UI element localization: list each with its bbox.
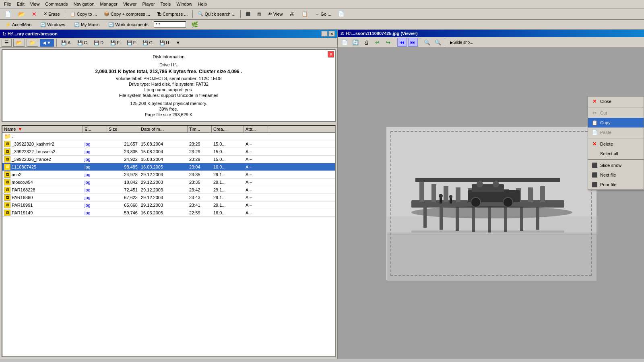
drive-H[interactable]: 💾 H: bbox=[157, 39, 172, 46]
drive-D[interactable]: 💾 D: bbox=[92, 39, 107, 46]
toolbar-dots1[interactable]: ⬛ bbox=[243, 10, 253, 17]
toolbar-print[interactable]: 🖨 bbox=[287, 10, 297, 18]
viewer-new[interactable]: 📄 bbox=[340, 38, 349, 47]
table-row[interactable]: 🖼 PAR18880 jpg 67,623 29.12.2003 23:43 2… bbox=[2, 194, 335, 202]
file-size: 18,842 bbox=[107, 179, 139, 185]
toolbar-copy2[interactable]: 📋 bbox=[299, 10, 311, 18]
table-row[interactable]: 🖼 1110807425 jpg 98,485 16.03.2005 23:04… bbox=[2, 163, 335, 171]
disk-info-close-btn[interactable]: ✕ bbox=[328, 51, 334, 58]
table-row[interactable]: 📁 .. bbox=[2, 133, 335, 140]
drive-C[interactable]: 💾 C: bbox=[75, 39, 90, 46]
copy-compress-icon: 📦 bbox=[104, 11, 109, 16]
nav-folder-open[interactable]: 📂 bbox=[13, 39, 25, 47]
table-row[interactable]: 🖼 PAR19149 jpg 59,746 16.03.2005 22:59 1… bbox=[2, 209, 335, 217]
toolbar-open[interactable]: 📂 bbox=[15, 10, 28, 19]
menu-help[interactable]: Help bbox=[195, 1, 209, 7]
viewer-print[interactable]: 🖨 bbox=[361, 38, 371, 47]
menu-navigation[interactable]: Navigation bbox=[71, 1, 97, 7]
file-name-label: PAR19149 bbox=[12, 210, 33, 215]
ctx-close[interactable]: ✕ Close bbox=[588, 97, 644, 106]
table-row[interactable]: 🖼 _39922320_kashmir2 jpg 21,657 15.08.20… bbox=[2, 140, 335, 148]
viewer-zoom-in[interactable]: 🔍 bbox=[422, 38, 432, 47]
close-button[interactable]: ✕ bbox=[328, 31, 335, 37]
col-attr[interactable]: Attr... bbox=[244, 126, 268, 132]
toolbar-new[interactable]: 📄 bbox=[2, 10, 14, 19]
filter-input[interactable] bbox=[154, 21, 186, 28]
viewer-refresh[interactable]: 🔄 bbox=[351, 38, 360, 47]
toolbar-more[interactable]: 📄 bbox=[335, 10, 347, 18]
back-dropdown[interactable]: ▼ bbox=[47, 40, 51, 45]
toolbar-copy-to[interactable]: 📋 Copy to ... bbox=[67, 10, 100, 18]
file-ext bbox=[83, 136, 107, 137]
menu-edit[interactable]: Edit bbox=[14, 1, 27, 7]
col-name[interactable]: Name ▼ bbox=[2, 126, 83, 132]
file-created: 29.1... bbox=[212, 179, 244, 185]
fav-workdocs[interactable]: 🔄 Work documents bbox=[105, 21, 152, 28]
nav-folder-up[interactable]: 📁 bbox=[27, 39, 38, 47]
nav-lines[interactable]: ☰ bbox=[2, 39, 12, 47]
ctx-prior-file[interactable]: ⬛ Prior file bbox=[588, 180, 644, 189]
col-date[interactable]: Date of m... bbox=[139, 126, 188, 132]
drive-F-icon: 💾 bbox=[127, 40, 132, 45]
viewer-zoom-out[interactable]: 🔍 bbox=[433, 38, 443, 47]
viewer-next[interactable]: ⏭ bbox=[408, 38, 418, 47]
file-created: 16.0... bbox=[212, 164, 244, 170]
fav-windows[interactable]: 🔄 Windows bbox=[37, 21, 69, 28]
menu-manager[interactable]: Manager bbox=[98, 1, 120, 7]
menu-commands[interactable]: Commands bbox=[43, 1, 70, 7]
file-list[interactable]: Name ▼ E... Size Date of m... Tim... Cre… bbox=[2, 125, 336, 357]
menu-view[interactable]: View bbox=[28, 1, 42, 7]
drive-G-icon: 💾 bbox=[142, 40, 148, 45]
toolbar-copy-compress[interactable]: 📦 Copy + compress ... bbox=[101, 10, 153, 18]
drive-E[interactable]: 💾 E: bbox=[108, 39, 123, 46]
fav-mymusic[interactable]: 🔄 My Music bbox=[70, 21, 103, 28]
menu-tools[interactable]: Tools bbox=[158, 1, 173, 7]
toolbar-quick-search[interactable]: 🔍 Quick search ... bbox=[195, 10, 238, 18]
drive-more[interactable]: ▼ bbox=[174, 39, 182, 46]
ctx-paste-icon: 📄 bbox=[591, 129, 598, 136]
table-row[interactable]: 🖼 PAR18991 jpg 65,668 29.12.2003 23:41 2… bbox=[2, 202, 335, 209]
viewer-slideshow-btn[interactable]: ▶ Slide sho... bbox=[447, 38, 476, 47]
viewer-prev[interactable]: ⏮ bbox=[397, 38, 407, 47]
fav-accelMan[interactable]: ⚡ AccelMan bbox=[2, 21, 35, 28]
col-created[interactable]: Crea... bbox=[212, 126, 244, 132]
toolbar-erase[interactable]: ✕ Erase bbox=[41, 10, 63, 18]
nav-back[interactable]: ◀ ▼ bbox=[40, 39, 54, 47]
file-created: 15.0... bbox=[212, 156, 244, 162]
toolbar-view[interactable]: 👁 View bbox=[265, 10, 286, 18]
ctx-next-file[interactable]: ⬛ Next file bbox=[588, 170, 644, 180]
col-ext[interactable]: E... bbox=[83, 126, 107, 132]
table-row[interactable]: 🖼 ann2 jpg 24,978 29.12.2003 23:35 29.1.… bbox=[2, 171, 335, 179]
ctx-select-all[interactable]: Select all bbox=[588, 149, 644, 158]
file-name-cell: 🖼 moscow54 bbox=[2, 179, 83, 186]
table-row[interactable]: 🖼 moscow54 jpg 18,842 29.12.2003 23:35 2… bbox=[2, 179, 335, 186]
table-row[interactable]: 🖼 _39922326_france2 jpg 24,922 15.08.200… bbox=[2, 156, 335, 163]
viewer-undo[interactable]: ↩ bbox=[372, 38, 382, 47]
minimize-button[interactable]: _ bbox=[321, 31, 328, 37]
table-row[interactable]: 🖼 PAR168228 jpg 72,451 29.12.2003 23:42 … bbox=[2, 186, 335, 194]
file-size: 67,623 bbox=[107, 195, 139, 200]
table-row[interactable]: 🖼 _39922322_brussels2 jpg 23,835 15.08.2… bbox=[2, 148, 335, 156]
drive-F[interactable]: 💾 F: bbox=[125, 39, 139, 46]
menu-player[interactable]: Player bbox=[140, 1, 157, 7]
folder-icon: 📁 bbox=[4, 133, 11, 140]
menu-file[interactable]: File bbox=[2, 1, 14, 7]
menu-window[interactable]: Window bbox=[174, 1, 194, 7]
ctx-delete[interactable]: ✕ Delete bbox=[588, 139, 644, 149]
col-size[interactable]: Size bbox=[107, 126, 139, 132]
ctx-slideshow[interactable]: ⬛ Slide show bbox=[588, 160, 644, 170]
toolbar-dots2[interactable]: ▤ bbox=[254, 10, 264, 17]
drive-A[interactable]: 💾 A: bbox=[59, 39, 74, 46]
viewer-sep3 bbox=[445, 38, 445, 46]
toolbar-go[interactable]: → Go ... bbox=[312, 10, 334, 18]
ctx-copy[interactable]: 📋 Copy bbox=[588, 118, 644, 128]
filter-btn[interactable]: 🌿 bbox=[188, 21, 202, 29]
viewer-redo[interactable]: ↪ bbox=[383, 38, 393, 47]
toolbar-compress[interactable]: 🗜 Compress ... bbox=[154, 10, 190, 18]
drive-G[interactable]: 💾 G: bbox=[140, 39, 156, 46]
file-name-label: PAR168228 bbox=[12, 187, 35, 192]
menu-viewer[interactable]: Viewer bbox=[121, 1, 139, 7]
col-time[interactable]: Tim... bbox=[188, 126, 212, 132]
toolbar-close-x[interactable]: ✕ bbox=[29, 10, 39, 19]
file-created: 16.0... bbox=[212, 210, 244, 216]
